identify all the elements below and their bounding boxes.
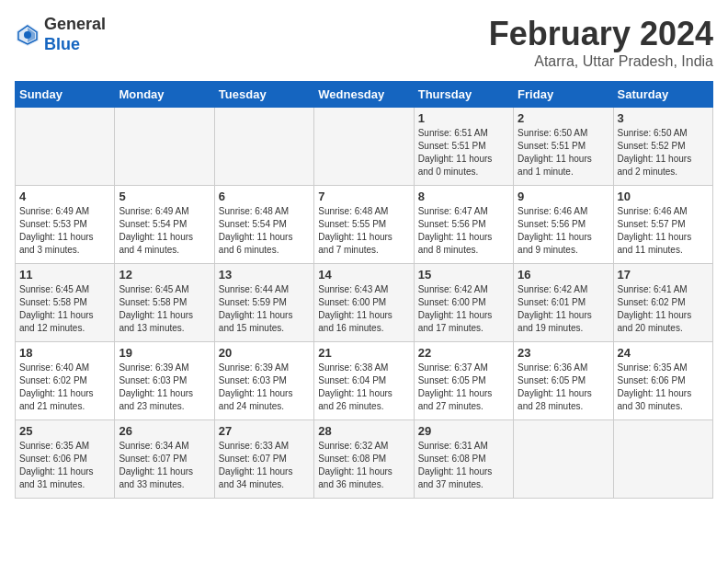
header: General Blue February 2024 Atarra, Uttar…: [15, 15, 713, 70]
cell-info: Sunrise: 6:39 AMSunset: 6:03 PMDaylight:…: [219, 362, 310, 413]
calendar-cell: 8Sunrise: 6:47 AMSunset: 5:56 PMDaylight…: [414, 186, 513, 264]
day-number: 11: [19, 268, 110, 282]
day-number: 18: [19, 346, 110, 360]
header-cell-tuesday: Tuesday: [214, 82, 313, 108]
day-number: 20: [219, 346, 310, 360]
header-cell-friday: Friday: [514, 82, 613, 108]
day-number: 7: [318, 190, 409, 203]
week-row-3: 11Sunrise: 6:45 AMSunset: 5:58 PMDayligh…: [16, 264, 713, 342]
day-number: 15: [418, 268, 509, 282]
day-number: 6: [219, 190, 310, 203]
cell-info: Sunrise: 6:51 AMSunset: 5:51 PMDaylight:…: [418, 127, 509, 178]
week-row-1: 1Sunrise: 6:51 AMSunset: 5:51 PMDaylight…: [16, 108, 713, 186]
calendar-cell: 14Sunrise: 6:43 AMSunset: 6:00 PMDayligh…: [314, 264, 414, 342]
calendar-cell: 23Sunrise: 6:36 AMSunset: 6:05 PMDayligh…: [514, 342, 613, 420]
calendar-cell: 13Sunrise: 6:44 AMSunset: 5:59 PMDayligh…: [214, 264, 313, 342]
cell-info: Sunrise: 6:44 AMSunset: 5:59 PMDaylight:…: [219, 283, 310, 335]
day-number: 27: [219, 424, 310, 438]
cell-info: Sunrise: 6:48 AMSunset: 5:54 PMDaylight:…: [219, 205, 310, 257]
day-number: 1: [418, 111, 509, 125]
calendar-cell: 11Sunrise: 6:45 AMSunset: 5:58 PMDayligh…: [16, 264, 115, 342]
calendar-cell: 19Sunrise: 6:39 AMSunset: 6:03 PMDayligh…: [115, 342, 214, 420]
week-row-2: 4Sunrise: 6:49 AMSunset: 5:53 PMDaylight…: [16, 186, 713, 264]
day-number: 14: [318, 268, 409, 282]
month-title: February 2024: [489, 15, 713, 53]
day-number: 12: [119, 268, 210, 282]
calendar-cell: 21Sunrise: 6:38 AMSunset: 6:04 PMDayligh…: [314, 342, 414, 420]
cell-info: Sunrise: 6:46 AMSunset: 5:56 PMDaylight:…: [518, 205, 609, 257]
calendar-cell: 29Sunrise: 6:31 AMSunset: 6:08 PMDayligh…: [414, 420, 513, 499]
calendar-cell: 18Sunrise: 6:40 AMSunset: 6:02 PMDayligh…: [16, 342, 115, 420]
calendar-cell: [16, 108, 115, 186]
day-number: 4: [19, 190, 110, 203]
cell-info: Sunrise: 6:50 AMSunset: 5:52 PMDaylight:…: [618, 127, 709, 178]
cell-info: Sunrise: 6:36 AMSunset: 6:05 PMDaylight:…: [518, 362, 609, 413]
cell-info: Sunrise: 6:40 AMSunset: 6:02 PMDaylight:…: [19, 362, 110, 413]
title-area: February 2024 Atarra, Uttar Pradesh, Ind…: [489, 15, 713, 70]
cell-info: Sunrise: 6:42 AMSunset: 6:00 PMDaylight:…: [418, 283, 509, 335]
calendar-cell: 24Sunrise: 6:35 AMSunset: 6:06 PMDayligh…: [613, 342, 712, 420]
day-number: 26: [119, 424, 210, 438]
day-number: 16: [518, 268, 609, 282]
logo-text: General Blue: [44, 15, 106, 54]
header-cell-wednesday: Wednesday: [314, 82, 414, 108]
cell-info: Sunrise: 6:48 AMSunset: 5:55 PMDaylight:…: [318, 205, 409, 257]
cell-info: Sunrise: 6:32 AMSunset: 6:08 PMDaylight:…: [318, 440, 409, 491]
calendar-cell: 2Sunrise: 6:50 AMSunset: 5:51 PMDaylight…: [514, 108, 613, 186]
location: Atarra, Uttar Pradesh, India: [489, 53, 713, 70]
cell-info: Sunrise: 6:38 AMSunset: 6:04 PMDaylight:…: [318, 362, 409, 413]
header-cell-sunday: Sunday: [16, 82, 115, 108]
cell-info: Sunrise: 6:34 AMSunset: 6:07 PMDaylight:…: [119, 440, 210, 491]
calendar-cell: 17Sunrise: 6:41 AMSunset: 6:02 PMDayligh…: [613, 264, 712, 342]
week-row-5: 25Sunrise: 6:35 AMSunset: 6:06 PMDayligh…: [16, 420, 713, 499]
day-number: 17: [618, 268, 709, 282]
cell-info: Sunrise: 6:50 AMSunset: 5:51 PMDaylight:…: [518, 127, 609, 178]
calendar-cell: 5Sunrise: 6:49 AMSunset: 5:54 PMDaylight…: [115, 186, 214, 264]
day-number: 28: [318, 424, 409, 438]
svg-point-2: [24, 31, 31, 39]
day-number: 13: [219, 268, 310, 282]
cell-info: Sunrise: 6:39 AMSunset: 6:03 PMDaylight:…: [119, 362, 210, 413]
day-number: 2: [518, 111, 609, 125]
calendar-cell: 9Sunrise: 6:46 AMSunset: 5:56 PMDaylight…: [514, 186, 613, 264]
cell-info: Sunrise: 6:47 AMSunset: 5:56 PMDaylight:…: [418, 205, 509, 257]
day-number: 22: [418, 346, 509, 360]
calendar-cell: [115, 108, 214, 186]
cell-info: Sunrise: 6:31 AMSunset: 6:08 PMDaylight:…: [418, 440, 509, 491]
calendar-cell: [514, 420, 613, 499]
day-number: 10: [618, 190, 709, 203]
cell-info: Sunrise: 6:37 AMSunset: 6:05 PMDaylight:…: [418, 362, 509, 413]
calendar-cell: [613, 420, 712, 499]
cell-info: Sunrise: 6:46 AMSunset: 5:57 PMDaylight:…: [618, 205, 709, 257]
week-row-4: 18Sunrise: 6:40 AMSunset: 6:02 PMDayligh…: [16, 342, 713, 420]
day-number: 24: [618, 346, 709, 360]
cell-info: Sunrise: 6:33 AMSunset: 6:07 PMDaylight:…: [219, 440, 310, 491]
calendar-cell: 27Sunrise: 6:33 AMSunset: 6:07 PMDayligh…: [214, 420, 313, 499]
calendar-cell: 15Sunrise: 6:42 AMSunset: 6:00 PMDayligh…: [414, 264, 513, 342]
cell-info: Sunrise: 6:45 AMSunset: 5:58 PMDaylight:…: [119, 283, 210, 335]
day-number: 21: [318, 346, 409, 360]
cell-info: Sunrise: 6:43 AMSunset: 6:00 PMDaylight:…: [318, 283, 409, 335]
day-number: 29: [418, 424, 509, 438]
calendar-cell: 4Sunrise: 6:49 AMSunset: 5:53 PMDaylight…: [16, 186, 115, 264]
day-number: 23: [518, 346, 609, 360]
calendar-cell: 7Sunrise: 6:48 AMSunset: 5:55 PMDaylight…: [314, 186, 414, 264]
cell-info: Sunrise: 6:42 AMSunset: 6:01 PMDaylight:…: [518, 283, 609, 335]
calendar-cell: 6Sunrise: 6:48 AMSunset: 5:54 PMDaylight…: [214, 186, 313, 264]
calendar-cell: 28Sunrise: 6:32 AMSunset: 6:08 PMDayligh…: [314, 420, 414, 499]
calendar-cell: 16Sunrise: 6:42 AMSunset: 6:01 PMDayligh…: [514, 264, 613, 342]
day-number: 19: [119, 346, 210, 360]
calendar-cell: [214, 108, 313, 186]
cell-info: Sunrise: 6:49 AMSunset: 5:53 PMDaylight:…: [19, 205, 110, 257]
header-cell-monday: Monday: [115, 82, 214, 108]
calendar-table: SundayMondayTuesdayWednesdayThursdayFrid…: [15, 81, 713, 499]
header-row: SundayMondayTuesdayWednesdayThursdayFrid…: [16, 82, 713, 108]
header-cell-saturday: Saturday: [613, 82, 712, 108]
calendar-cell: 20Sunrise: 6:39 AMSunset: 6:03 PMDayligh…: [214, 342, 313, 420]
header-cell-thursday: Thursday: [414, 82, 513, 108]
calendar-cell: 3Sunrise: 6:50 AMSunset: 5:52 PMDaylight…: [613, 108, 712, 186]
day-number: 9: [518, 190, 609, 203]
cell-info: Sunrise: 6:35 AMSunset: 6:06 PMDaylight:…: [19, 440, 110, 491]
cell-info: Sunrise: 6:45 AMSunset: 5:58 PMDaylight:…: [19, 283, 110, 335]
calendar-cell: [314, 108, 414, 186]
